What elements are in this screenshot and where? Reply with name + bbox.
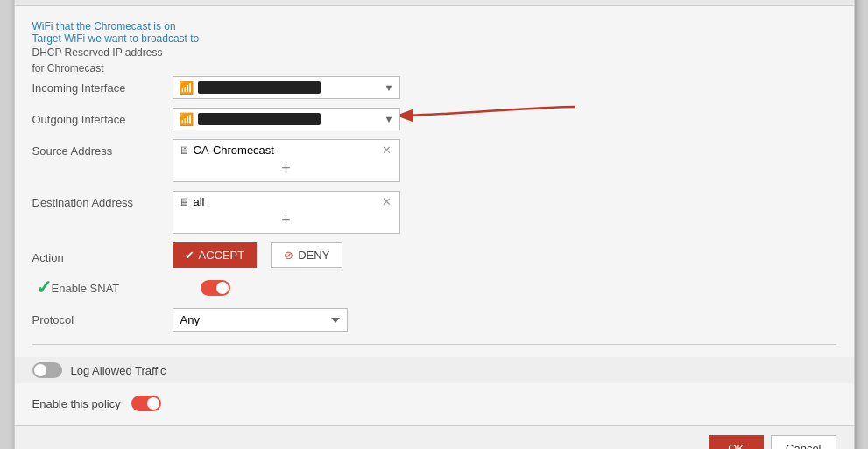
dialog-body: WiFi that the Chromecast is on Target Wi…: [15, 6, 854, 425]
source-address-row: Source Address 🖥 CA-Chromecast ✕ +: [32, 139, 836, 182]
protocol-label: Protocol: [32, 308, 173, 326]
destination-address-tag-item: 🖥 all ✕: [179, 195, 394, 208]
source-tag-remove[interactable]: ✕: [379, 144, 394, 157]
dropdown-arrow-incoming: ▼: [385, 82, 394, 93]
outgoing-interface-dropdown[interactable]: 📶 ▼: [173, 108, 400, 130]
log-allowed-traffic-row: Log Allowed Traffic: [15, 357, 854, 383]
outgoing-interface-value: [198, 113, 321, 125]
enable-snat-label: Enable SNAT: [52, 282, 192, 295]
deny-icon: ⊘: [284, 249, 293, 262]
enable-snat-toggle[interactable]: [201, 280, 230, 296]
destination-tag-remove[interactable]: ✕: [379, 195, 394, 208]
deny-button[interactable]: ⊘ DENY: [271, 242, 342, 268]
protocol-select[interactable]: Any: [173, 308, 348, 332]
deny-label: DENY: [298, 249, 329, 262]
source-address-add[interactable]: +: [179, 158, 394, 178]
dialog-footer: OK Cancel: [15, 425, 854, 449]
incoming-interface-control: 📶 ▼: [173, 76, 435, 99]
annotation-outgoing: Target WiFi we want to broadcast to: [32, 32, 836, 45]
source-address-tag-item: 🖥 CA-Chromecast ✕: [179, 144, 394, 157]
incoming-interface-row: Incoming Interface 📶 ▼: [32, 76, 836, 99]
protocol-row: Protocol Any: [32, 308, 836, 332]
incoming-interface-value: [198, 81, 321, 94]
action-label: Action: [32, 246, 173, 264]
annotation-dhcp: DHCP Reserved IP address for Chromecast: [32, 45, 173, 76]
accept-button[interactable]: ✔ ACCEPT: [173, 242, 258, 268]
destination-address-label: Destination Address: [32, 191, 173, 209]
dropdown-arrow-outgoing: ▼: [385, 114, 394, 124]
source-address-control: 🖥 CA-Chromecast ✕ +: [173, 139, 435, 182]
accept-checkmark: ✔: [185, 249, 194, 262]
annotation-incoming: WiFi that the Chromecast is on: [32, 20, 836, 32]
source-tag-icon: 🖥: [179, 144, 189, 157]
enable-policy-label: Enable this policy: [32, 397, 121, 410]
divider: [32, 344, 836, 345]
log-traffic-label: Log Allowed Traffic: [71, 364, 166, 377]
enable-policy-row: Enable this policy: [32, 396, 836, 411]
accept-label: ACCEPT: [199, 249, 245, 262]
destination-address-control: 🖥 all ✕ +: [173, 191, 435, 234]
source-tag-label: CA-Chromecast: [194, 144, 379, 157]
action-row: Action ✔ ACCEPT ⊘ DENY: [32, 242, 836, 268]
wifi-icon-outgoing: 📶: [179, 112, 194, 126]
action-control: ✔ ACCEPT ⊘ DENY: [173, 242, 435, 268]
destination-tag-label: all: [194, 195, 379, 208]
outgoing-interface-row: Outgoing Interface 📶 ▼: [32, 108, 836, 130]
destination-tag-icon: 🖥: [179, 196, 189, 208]
destination-address-box: 🖥 all ✕ +: [173, 191, 400, 234]
protocol-control: Any: [173, 308, 435, 332]
incoming-interface-label: Incoming Interface: [32, 76, 173, 95]
wifi-icon-incoming: 📶: [179, 81, 194, 95]
destination-address-add[interactable]: +: [179, 210, 394, 229]
destination-address-row: Destination Address 🖥 all ✕ +: [32, 191, 836, 234]
ok-button[interactable]: OK: [709, 435, 764, 449]
dialog-title: Edit Policy: [15, 0, 854, 6]
cancel-button[interactable]: Cancel: [771, 435, 836, 449]
snat-checkmark: ✓: [36, 277, 52, 299]
enable-snat-row: ✓ Enable SNAT: [32, 277, 836, 299]
log-traffic-toggle[interactable]: [32, 362, 62, 378]
source-address-label: Source Address: [32, 139, 173, 158]
edit-policy-dialog: Edit Policy WiFi that the Chromecast is …: [14, 0, 855, 449]
incoming-interface-dropdown[interactable]: 📶 ▼: [173, 76, 400, 99]
source-address-box: 🖥 CA-Chromecast ✕ +: [173, 139, 400, 182]
outgoing-interface-control: 📶 ▼: [173, 108, 435, 130]
enable-policy-toggle[interactable]: [131, 396, 161, 411]
outgoing-interface-label: Outgoing Interface: [32, 108, 173, 126]
